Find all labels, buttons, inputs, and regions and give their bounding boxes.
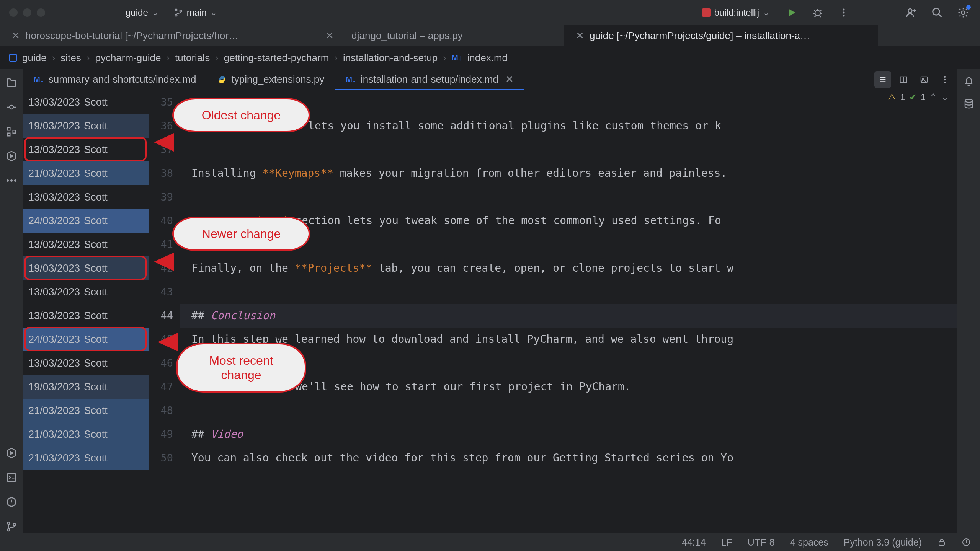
line-number[interactable]: 38: [149, 161, 173, 185]
run-config-selector[interactable]: build:intellij ⌄: [698, 5, 773, 20]
line-number[interactable]: 49: [149, 422, 173, 446]
editor-tab-installation[interactable]: M↓ installation-and-setup/index.md ✕: [335, 69, 524, 90]
code-line[interactable]: [180, 280, 957, 304]
person-plus-icon: [905, 7, 917, 18]
code-line[interactable]: [180, 185, 957, 209]
window-close-icon[interactable]: [9, 8, 18, 17]
editor-view-source-button[interactable]: [874, 71, 891, 88]
window-tab-horoscope[interactable]: ✕ horoscope-bot-tutorial [~/PycharmProje…: [0, 25, 250, 46]
window-zoom-icon[interactable]: [37, 8, 45, 17]
blame-row[interactable]: 13/03/2023Scott: [23, 138, 149, 161]
breadcrumb-item[interactable]: index.md: [467, 52, 508, 64]
code-line[interactable]: ## Conclusion: [180, 304, 957, 328]
window-minimize-icon[interactable]: [23, 8, 31, 17]
commit-tool-button[interactable]: [5, 100, 18, 114]
editor-view-split-button[interactable]: [895, 71, 912, 88]
line-number[interactable]: 48: [149, 399, 173, 422]
project-tool-button[interactable]: [5, 76, 18, 90]
structure-tool-button[interactable]: [5, 125, 18, 139]
caret-position[interactable]: 44:14: [682, 537, 706, 548]
svg-point-3: [815, 10, 820, 16]
database-icon: [963, 98, 975, 109]
code-line[interactable]: [180, 138, 957, 161]
window-tab-django[interactable]: ✕ django_tutorial – apps.py: [250, 25, 564, 46]
line-number[interactable]: 44: [149, 304, 173, 328]
line-number[interactable]: 40: [149, 209, 173, 233]
indent-setting[interactable]: 4 spaces: [790, 537, 828, 548]
run-config-name: build:intellij: [714, 7, 759, 18]
close-icon[interactable]: ✕: [325, 30, 334, 42]
line-number[interactable]: 43: [149, 280, 173, 304]
code-line[interactable]: You can also check out the video for thi…: [180, 446, 957, 470]
run-button[interactable]: [784, 5, 799, 20]
lock-icon[interactable]: [937, 538, 946, 547]
run-tool-button[interactable]: [5, 446, 18, 460]
debug-button[interactable]: [810, 5, 825, 20]
chevron-down-icon[interactable]: ⌄: [941, 92, 949, 103]
blame-row[interactable]: 19/03/2023Scott: [23, 375, 149, 399]
blame-row[interactable]: 19/03/2023Scott: [23, 114, 149, 138]
code-line[interactable]: Installing **Keymaps** makes your migrat…: [180, 161, 957, 185]
line-number[interactable]: 50: [149, 446, 173, 470]
editor-view-preview-button[interactable]: [916, 71, 933, 88]
blame-row[interactable]: 13/03/2023Scott: [23, 280, 149, 304]
breadcrumb-item[interactable]: guide: [22, 52, 47, 64]
blame-row[interactable]: 24/03/2023Scott: [23, 328, 149, 351]
blame-row[interactable]: 13/03/2023Scott: [23, 351, 149, 375]
branch-selector[interactable]: main ⌄: [170, 5, 221, 20]
code-line[interactable]: [180, 399, 957, 422]
editor-tab-summary[interactable]: M↓ summary-and-shortcuts/index.md: [23, 69, 207, 90]
blame-date: 13/03/2023: [28, 239, 80, 251]
chevron-up-icon[interactable]: ⌃: [929, 92, 937, 103]
svg-point-28: [944, 82, 946, 83]
problems-icon[interactable]: [962, 538, 971, 547]
close-icon[interactable]: ✕: [505, 73, 514, 85]
more-actions-button[interactable]: [836, 5, 851, 20]
close-icon[interactable]: ✕: [576, 30, 584, 42]
code-line[interactable]: Finally, on the **Projects** tab, you ca…: [180, 256, 957, 280]
blame-row[interactable]: 21/03/2023Scott: [23, 161, 149, 185]
line-number-gutter[interactable]: 35363738394041424344454647484950: [149, 90, 180, 533]
terminal-tool-button[interactable]: [5, 471, 18, 484]
breadcrumb-item[interactable]: installation-and-setup: [343, 52, 438, 64]
blame-row[interactable]: 21/03/2023Scott: [23, 446, 149, 470]
editor-tab-typing-ext[interactable]: typing_extensions.py: [207, 69, 335, 90]
breadcrumb-item[interactable]: getting-started-pycharm: [224, 52, 329, 64]
vcs-tool-button[interactable]: [5, 520, 18, 533]
code-line[interactable]: ## Video: [180, 422, 957, 446]
more-tools-button[interactable]: [5, 174, 18, 187]
ide-window-tabs: ✕ horoscope-bot-tutorial [~/PycharmProje…: [0, 25, 980, 47]
blame-row[interactable]: 13/03/2023Scott: [23, 90, 149, 114]
notifications-tool-button[interactable]: [963, 76, 975, 87]
editor-more-button[interactable]: [936, 71, 953, 88]
blame-row[interactable]: 21/03/2023Scott: [23, 399, 149, 422]
problems-tool-button[interactable]: [5, 495, 18, 509]
blame-row[interactable]: 13/03/2023Scott: [23, 304, 149, 328]
database-tool-button[interactable]: [963, 98, 975, 109]
breadcrumb-item[interactable]: pycharm-guide: [95, 52, 161, 64]
interpreter[interactable]: Python 3.9 (guide): [844, 537, 922, 548]
project-selector[interactable]: guide ⌄: [122, 5, 162, 20]
code-editor[interactable]: s** tab lets you install some additional…: [180, 90, 957, 533]
blame-row[interactable]: 13/03/2023Scott: [23, 233, 149, 256]
line-number[interactable]: 46: [149, 351, 173, 375]
line-number[interactable]: 39: [149, 185, 173, 209]
encoding[interactable]: UTF-8: [748, 537, 775, 548]
code-with-me-button[interactable]: [903, 5, 919, 20]
git-blame-gutter[interactable]: 13/03/2023Scott19/03/2023Scott13/03/2023…: [23, 90, 149, 533]
services-tool-button[interactable]: [5, 149, 18, 163]
blame-row[interactable]: 24/03/2023Scott: [23, 209, 149, 233]
search-everywhere-button[interactable]: [929, 5, 945, 20]
window-tab-guide[interactable]: ✕ guide [~/PycharmProjects/guide] – inst…: [564, 25, 878, 46]
blame-row[interactable]: 21/03/2023Scott: [23, 422, 149, 446]
line-number[interactable]: 47: [149, 375, 173, 399]
close-icon[interactable]: ✕: [11, 30, 20, 42]
settings-button[interactable]: [956, 5, 971, 20]
inspections-widget[interactable]: ⚠1 ✔1 ⌃ ⌄: [888, 92, 949, 103]
breadcrumb-item[interactable]: tutorials: [175, 52, 210, 64]
blame-row[interactable]: 13/03/2023Scott: [23, 185, 149, 209]
line-number[interactable]: 35: [149, 90, 173, 114]
breadcrumb-item[interactable]: sites: [60, 52, 81, 64]
blame-row[interactable]: 19/03/2023Scott: [23, 256, 149, 280]
line-ending[interactable]: LF: [721, 537, 732, 548]
